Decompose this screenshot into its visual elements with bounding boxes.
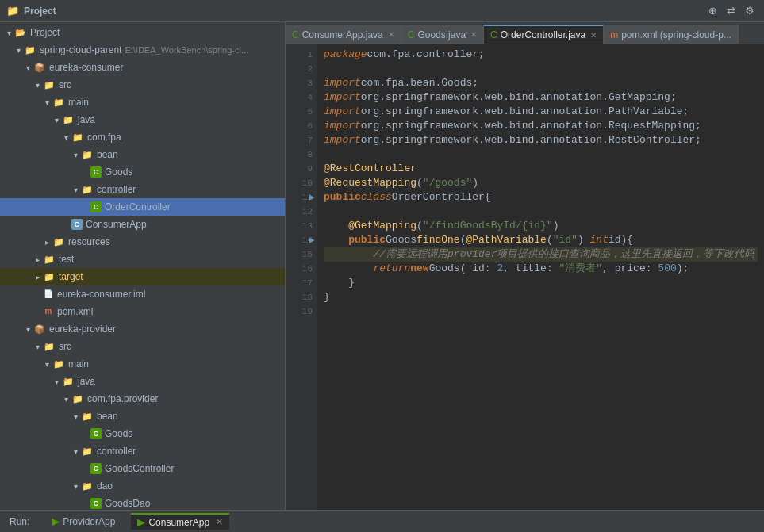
tree-item-main-consumer[interactable]: ▾ 📁 main <box>0 94 285 111</box>
run-tab-providerapp[interactable]: ▶ ProviderApp <box>45 514 121 529</box>
top-bar: 📁 Project ⊕ ⇄ ⚙ <box>0 0 764 22</box>
line-num-5: 5 <box>286 105 313 119</box>
gutter-method-icon[interactable]: ▶ <box>309 233 315 247</box>
arrow-bean-provider: ▾ <box>70 412 81 421</box>
line-num-15: 15 <box>286 247 313 262</box>
close-consumerapp-run[interactable]: ✕ <box>216 517 223 527</box>
tree-item-target-consumer[interactable]: ▸ 📁 target <box>0 268 285 285</box>
settings-icon[interactable]: ⚙ <box>742 3 758 18</box>
label-target-consumer: target <box>59 271 83 282</box>
pkg-icon-controller-provider: 📁 <box>81 445 94 457</box>
tab-label-consumerapp: ConsumerApp.java <box>302 29 383 40</box>
tab-close-consumerapp[interactable]: ✕ <box>388 30 394 39</box>
tree-item-java-consumer[interactable]: ▾ 📁 java <box>0 111 285 128</box>
label-consumerapp: ConsumerApp <box>86 219 147 230</box>
tab-goods[interactable]: C Goods.java ✕ <box>401 25 484 44</box>
tree-item-iml-consumer[interactable]: 📄 eureka-consumer.iml <box>0 285 285 303</box>
tree-item-ordercontroller[interactable]: C OrderController <box>0 198 285 216</box>
label-main-provider: main <box>68 358 89 369</box>
arrow-consumerapp <box>60 220 71 229</box>
tree-item-src-provider[interactable]: ▾ 📁 src <box>0 338 285 355</box>
label-bean-provider: bean <box>97 411 118 422</box>
tree-item-project[interactable]: ▾ 📂 Project <box>0 24 285 41</box>
tree-item-src-consumer[interactable]: ▾ 📁 src <box>0 76 285 94</box>
tree-item-controller-consumer[interactable]: ▾ 📁 controller <box>0 181 285 198</box>
run-label: Run: <box>3 515 36 529</box>
tree-item-dao-provider[interactable]: ▾ 📁 dao <box>0 477 285 495</box>
project-icon: 📁 <box>6 5 19 17</box>
label-goods-provider: Goods <box>105 428 132 439</box>
code-line-11: ▶ public class OrderController { <box>324 190 758 205</box>
tab-close-goods[interactable]: ✕ <box>470 30 477 39</box>
arrow-project: ▾ <box>3 29 14 37</box>
tree-item-main-provider[interactable]: ▾ 📁 main <box>0 355 285 373</box>
arrow-com-fpa: ▾ <box>60 133 71 142</box>
tree-item-resources-consumer[interactable]: ▸ 📁 resources <box>0 233 285 251</box>
tree-item-goods-bean-consumer[interactable]: C Goods <box>0 163 285 181</box>
label-eureka-provider: eureka-provider <box>49 323 116 335</box>
code-line-15: //需要远程调用provider项目提供的接口查询商品，这里先直接返回，等下改代… <box>324 247 758 262</box>
tree-item-spring-cloud-parent[interactable]: ▾ 📁 spring-cloud-parent E:\IDEA_WorkBenc… <box>0 41 285 59</box>
tab-pom[interactable]: m pom.xml (spring-cloud-p... <box>604 25 739 44</box>
run-icon-providerapp: ▶ <box>52 515 60 527</box>
tree-item-consumerapp[interactable]: C ConsumerApp <box>0 216 285 233</box>
arrow-java-consumer: ▾ <box>51 116 62 124</box>
line-num-14: 14 <box>286 233 313 247</box>
line-num-9: 9 <box>286 162 313 176</box>
tree-item-eureka-consumer[interactable]: ▾ 📦 eureka-consumer <box>0 59 285 76</box>
file-tree: ▾ 📂 Project ▾ 📁 spring-cloud-parent E:\I… <box>0 22 285 510</box>
tab-icon-pom: m <box>610 29 618 40</box>
test-icon-consumer: 📁 <box>43 253 56 266</box>
arrow-src-provider: ▾ <box>32 343 43 351</box>
tree-item-goodscontroller[interactable]: C GoodsController <box>0 460 285 477</box>
tree-item-goodsdao[interactable]: C GoodsDao <box>0 495 285 510</box>
line-num-16: 16 <box>286 262 313 276</box>
tab-close-ordercontroller[interactable]: ✕ <box>590 31 597 40</box>
label-iml-consumer: eureka-consumer.iml <box>57 289 145 300</box>
code-line-17: } <box>324 276 758 290</box>
tab-ordercontroller[interactable]: C OrderController.java ✕ <box>484 25 604 44</box>
arrow-pom-consumer <box>32 308 43 316</box>
tree-item-pom-consumer[interactable]: m pom.xml <box>0 303 285 320</box>
tree-item-java-provider[interactable]: ▾ 📁 java <box>0 373 285 390</box>
gutter-run-icon[interactable]: ▶ <box>309 190 315 205</box>
code-area[interactable]: package com.fpa.controller; import com.f… <box>317 44 764 510</box>
code-line-16: return new Goods( id: 2, title: "消费者", p… <box>324 262 758 276</box>
editor-area: C ConsumerApp.java ✕ C Goods.java ✕ C Or… <box>286 22 764 510</box>
folder-icon-spring-cloud-parent: 📁 <box>24 44 36 56</box>
pkg-icon-bean-provider: 📁 <box>81 410 94 423</box>
tree-item-com-fpa[interactable]: ▾ 📁 com.fpa <box>0 128 285 146</box>
line-numbers: 1 2 3 4 5 6 7 8 9 10 11 12 13 14 15 16 1 <box>286 44 317 510</box>
tree-item-com-fpa-provider[interactable]: ▾ 📁 com.fpa.provider <box>0 390 285 408</box>
tab-label-goods: Goods.java <box>417 29 466 40</box>
label-providerapp: ProviderApp <box>63 516 115 527</box>
pkg-icon-com-fpa-provider: 📁 <box>71 392 84 405</box>
code-line-6: import org.springframework.web.bind.anno… <box>324 119 758 133</box>
tree-item-goods-provider[interactable]: C Goods <box>0 425 285 442</box>
line-num-19: 19 <box>286 304 313 319</box>
line-num-6: 6 <box>286 119 313 133</box>
class-icon-goods-bean-consumer: C <box>90 166 102 178</box>
label-bean-consumer: bean <box>97 149 118 160</box>
class-icon-ordercontroller: C <box>90 201 102 212</box>
add-icon[interactable]: ⊕ <box>705 3 720 18</box>
tree-item-eureka-provider[interactable]: ▾ 📦 eureka-provider <box>0 320 285 338</box>
tree-item-test-consumer[interactable]: ▸ 📁 test <box>0 251 285 268</box>
tree-item-controller-provider[interactable]: ▾ 📁 controller <box>0 442 285 460</box>
tree-item-bean-provider[interactable]: ▾ 📁 bean <box>0 408 285 425</box>
arrow-com-fpa-provider: ▾ <box>60 395 71 404</box>
tab-icon-goods: C <box>408 29 415 40</box>
tab-consumerapp[interactable]: C ConsumerApp.java ✕ <box>286 25 401 44</box>
tab-icon-ordercontroller: C <box>490 29 497 40</box>
class-icon-goodscontroller: C <box>90 463 102 474</box>
java-icon-provider: 📁 <box>62 375 75 388</box>
module-icon-eureka-provider: 📦 <box>33 323 46 335</box>
sync-icon[interactable]: ⇄ <box>724 3 739 18</box>
run-tab-consumerapp[interactable]: ▶ ConsumerApp ✕ <box>131 513 229 530</box>
code-line-14: ▶ public Goods findOne(@PathVariable("id… <box>324 233 758 247</box>
code-line-1: package com.fpa.controller; <box>324 48 758 62</box>
code-line-9: @RestController <box>324 162 758 176</box>
label-src-consumer: src <box>59 79 71 90</box>
tree-item-bean-consumer[interactable]: ▾ 📁 bean <box>0 146 285 163</box>
arrow-goodsdao <box>79 499 90 508</box>
